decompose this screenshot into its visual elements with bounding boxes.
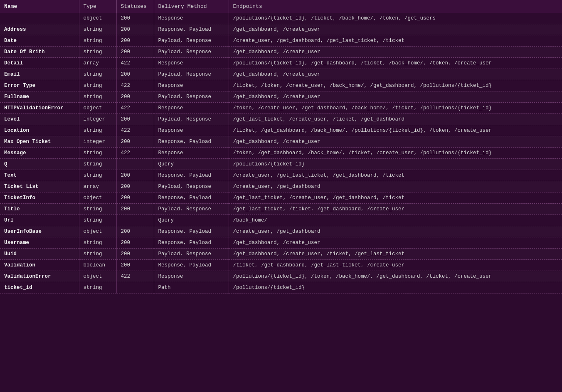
cell-endpoints: /ticket, /get_dashboard, /back_home/, /p… — [229, 125, 562, 136]
cell-endpoints: /pollutions/{ticket_id} — [229, 159, 562, 170]
cell-type: integer — [79, 114, 116, 125]
table-row: HTTPValidationErrorobject422Response/tok… — [0, 103, 562, 114]
cell-endpoints: /get_dashboard, /create_user — [229, 136, 562, 148]
cell-type: string — [79, 204, 116, 215]
cell-endpoints: /token, /create_user, /get_dashboard, /b… — [229, 103, 562, 114]
cell-statuses: 200 — [116, 69, 154, 80]
cell-endpoints: /pollutions/{ticket_id}, /ticket, /back_… — [229, 13, 562, 24]
cell-endpoints: /get_last_ticket, /ticket, /get_dashboar… — [229, 204, 562, 215]
cell-type: string — [79, 159, 116, 170]
cell-statuses: 200 — [116, 35, 154, 47]
cell-delivery: Response — [154, 148, 229, 159]
cell-type: string — [79, 282, 116, 293]
cell-type: string — [79, 170, 116, 181]
cell-delivery: Response, Payload — [154, 24, 229, 35]
cell-name: UserInfoBase — [0, 226, 79, 237]
table-row: Titlestring200Payload, Response/get_last… — [0, 204, 562, 215]
cell-name: Fullname — [0, 91, 79, 103]
cell-endpoints: /back_home/ — [229, 215, 562, 226]
table-row: ticket_idstringPath/pollutions/{ticket_i… — [0, 282, 562, 293]
cell-type: string — [79, 47, 116, 58]
cell-delivery: Response, Payload — [154, 136, 229, 148]
cell-name: Max Open Ticket — [0, 136, 79, 148]
cell-endpoints: /get_dashboard, /create_user — [229, 237, 562, 249]
table-row: UrlstringQuery/back_home/ — [0, 215, 562, 226]
cell-name: Location — [0, 125, 79, 136]
cell-name: ValidationError — [0, 271, 79, 282]
cell-statuses: 200 — [116, 181, 154, 192]
cell-delivery: Payload, Response — [154, 47, 229, 58]
cell-delivery: Payload, Response — [154, 69, 229, 80]
table-row: Emailstring200Payload, Response/get_dash… — [0, 69, 562, 80]
table-row: Messagestring422Response/token, /get_das… — [0, 148, 562, 159]
cell-delivery: Payload, Response — [154, 114, 229, 125]
cell-type: integer — [79, 136, 116, 148]
header-name: Name — [0, 0, 79, 13]
cell-name: Url — [0, 215, 79, 226]
cell-type: string — [79, 24, 116, 35]
cell-delivery: Payload, Response — [154, 35, 229, 47]
cell-statuses — [116, 282, 154, 293]
cell-statuses: 422 — [116, 58, 154, 69]
cell-endpoints: /ticket, /get_dashboard, /get_last_ticke… — [229, 260, 562, 271]
cell-endpoints: /ticket, /token, /create_user, /back_hom… — [229, 80, 562, 91]
cell-name: Date Of Brith — [0, 47, 79, 58]
cell-statuses: 200 — [116, 24, 154, 35]
cell-delivery: Payload, Response — [154, 249, 229, 260]
cell-statuses: 200 — [116, 226, 154, 237]
table-row: Datestring200Payload, Response/create_us… — [0, 35, 562, 47]
cell-type: object — [79, 271, 116, 282]
cell-name: Address — [0, 24, 79, 35]
cell-statuses: 422 — [116, 103, 154, 114]
cell-delivery: Payload, Response — [154, 181, 229, 192]
cell-statuses: 422 — [116, 125, 154, 136]
table-row: Addressstring200Response, Payload/get_da… — [0, 24, 562, 35]
table-row: Detailarray422Response/pollutions/{ticke… — [0, 58, 562, 69]
table-row: Uuidstring200Payload, Response/get_dashb… — [0, 249, 562, 260]
cell-delivery: Response — [154, 103, 229, 114]
cell-endpoints: /get_dashboard, /create_user — [229, 24, 562, 35]
cell-endpoints: /create_user, /get_dashboard — [229, 226, 562, 237]
cell-name: Message — [0, 148, 79, 159]
cell-name: Email — [0, 69, 79, 80]
cell-delivery: Response, Payload — [154, 260, 229, 271]
cell-delivery: Response — [154, 125, 229, 136]
cell-delivery: Response — [154, 271, 229, 282]
cell-type: string — [79, 125, 116, 136]
cell-name — [0, 13, 79, 24]
table-row: Validationboolean200Response, Payload/ti… — [0, 260, 562, 271]
cell-endpoints: /pollutions/{ticket_id}, /token, /back_h… — [229, 271, 562, 282]
cell-statuses: 200 — [116, 237, 154, 249]
cell-type: string — [79, 35, 116, 47]
cell-delivery: Response — [154, 58, 229, 69]
cell-name: Error Type — [0, 80, 79, 91]
cell-type: object — [79, 103, 116, 114]
cell-name: Detail — [0, 58, 79, 69]
table-row: ValidationErrorobject422Response/polluti… — [0, 271, 562, 282]
table-row: Date Of Brithstring200Payload, Response/… — [0, 47, 562, 58]
cell-type: object — [79, 192, 116, 204]
cell-type: array — [79, 58, 116, 69]
cell-type: array — [79, 181, 116, 192]
table-row: Usernamestring200Response, Payload/get_d… — [0, 237, 562, 249]
cell-statuses: 200 — [116, 192, 154, 204]
table-row: Fullnamestring200Payload, Response/get_d… — [0, 91, 562, 103]
cell-endpoints: /pollutions/{ticket_id}, /get_dashboard,… — [229, 58, 562, 69]
cell-endpoints: /create_user, /get_dashboard, /get_last_… — [229, 35, 562, 47]
table-row: UserInfoBaseobject200Response, Payload/c… — [0, 226, 562, 237]
table-row: Ticket Listarray200Payload, Response/cre… — [0, 181, 562, 192]
cell-endpoints: /get_dashboard, /create_user — [229, 91, 562, 103]
cell-statuses: 422 — [116, 80, 154, 91]
cell-statuses: 422 — [116, 271, 154, 282]
cell-type: string — [79, 237, 116, 249]
cell-type: string — [79, 69, 116, 80]
cell-delivery: Response, Payload — [154, 192, 229, 204]
cell-endpoints: /pollutions/{ticket_id} — [229, 282, 562, 293]
cell-name: Uuid — [0, 249, 79, 260]
cell-name: ticket_id — [0, 282, 79, 293]
header-endpoints: Endpoints — [229, 0, 562, 13]
cell-statuses: 200 — [116, 260, 154, 271]
table-row: Error Typestring422Response/ticket, /tok… — [0, 80, 562, 91]
cell-delivery: Path — [154, 282, 229, 293]
cell-statuses: 200 — [116, 204, 154, 215]
